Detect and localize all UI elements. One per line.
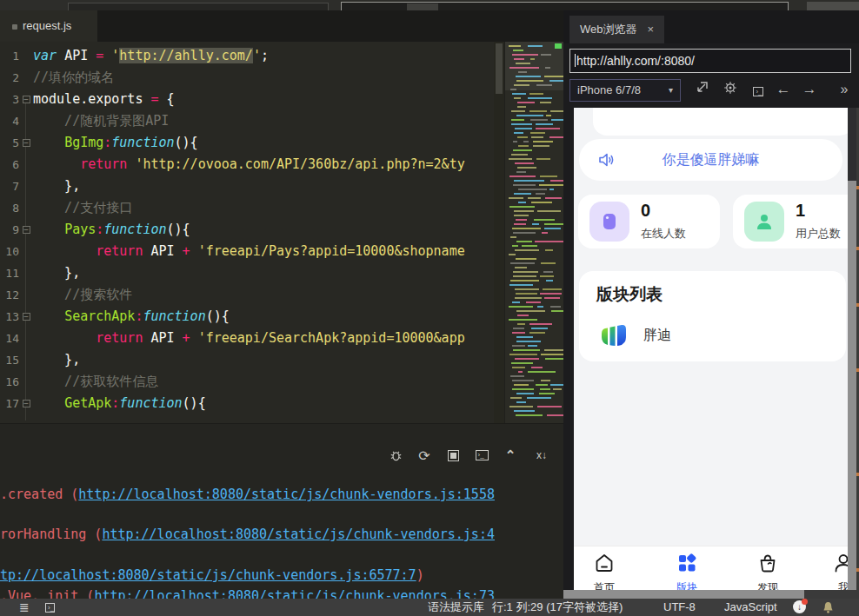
line-number: 1 bbox=[0, 45, 19, 67]
stat-label: 用户总数 bbox=[796, 226, 841, 242]
code-text: return API + 'freeapi/SearchApk?appid=10… bbox=[33, 328, 503, 349]
language-status[interactable]: JavaScript bbox=[724, 599, 777, 616]
code-text: module.exports = { bbox=[33, 89, 503, 110]
home-icon bbox=[593, 562, 616, 577]
fold-marker-icon bbox=[19, 110, 33, 132]
code-line[interactable]: 9– Pays:function(){ bbox=[0, 219, 503, 241]
terminal-icon[interactable]: ›_ bbox=[749, 81, 767, 98]
statusbar-terminal-icon[interactable]: ›_ bbox=[45, 600, 55, 613]
code-line[interactable]: 15 }, bbox=[0, 349, 503, 371]
preview-vertical-scrollbar[interactable] bbox=[848, 108, 856, 600]
device-select[interactable]: iPhone 6/7/8 ▾ bbox=[569, 79, 681, 102]
code-line[interactable]: 8 //支付接口 bbox=[0, 197, 503, 219]
more-tools-icon[interactable]: » bbox=[836, 81, 853, 98]
fold-marker-icon[interactable]: – bbox=[19, 393, 33, 414]
back-arrow-icon[interactable]: ← bbox=[775, 81, 792, 98]
editor-scrollbar[interactable] bbox=[494, 42, 504, 423]
tab-web-browser[interactable]: Web浏览器× bbox=[569, 16, 664, 43]
fold-marker-icon bbox=[19, 67, 33, 89]
line-number: 3 bbox=[0, 89, 19, 110]
code-line[interactable]: 3–module.exports = { bbox=[0, 89, 503, 110]
ide-window: request.js 1var API = 'http://ahlly.com/… bbox=[0, 0, 859, 616]
stack-trace-link[interactable]: http://localhost:8080/static/js/chunk-ve… bbox=[102, 527, 495, 542]
search-option-button[interactable] bbox=[407, 3, 438, 10]
forward-arrow-icon[interactable]: → bbox=[801, 81, 818, 98]
fold-marker-icon[interactable]: – bbox=[19, 132, 33, 154]
code-line[interactable]: 13– SearchApk:function(){ bbox=[0, 306, 503, 328]
code-line[interactable]: 7 }, bbox=[0, 176, 503, 197]
tab-版块[interactable]: 版块 bbox=[659, 552, 715, 595]
code-line[interactable]: 16 //获取软件信息 bbox=[0, 371, 503, 393]
browser-tab-title: Web浏览器 bbox=[580, 23, 637, 36]
code-editor[interactable]: 1var API = 'http://ahlly.com/';2//填你的域名3… bbox=[0, 42, 563, 423]
editor-pane: request.js 1var API = 'http://ahlly.com/… bbox=[0, 10, 563, 599]
code-text: //获取软件信息 bbox=[33, 371, 503, 393]
console-panel: ⟳ ›_ ⌃ x↓ .created (http://localhost:808… bbox=[0, 423, 563, 599]
stack-trace-link[interactable]: tp://localhost:8080/static/js/chunk-vend… bbox=[0, 567, 416, 583]
syntax-lib-status[interactable]: 语法提示库 bbox=[428, 599, 484, 616]
preview-horizontal-scrollbar[interactable] bbox=[563, 590, 859, 599]
error-text: ) bbox=[416, 567, 424, 583]
fold-marker-icon[interactable]: – bbox=[19, 89, 33, 110]
cursor-position-status[interactable]: 行:1 列:29 (17字符被选择) bbox=[492, 599, 623, 616]
code-text: SearchApk:function(){ bbox=[33, 306, 503, 328]
detach-window-icon[interactable] bbox=[693, 81, 710, 98]
code-line[interactable]: 4 //随机背景图API bbox=[0, 110, 503, 132]
outline-list-icon[interactable]: ≣ bbox=[19, 600, 30, 614]
code-text: GetApk:function(){ bbox=[33, 393, 503, 414]
list-item[interactable]: 胖迪 bbox=[596, 316, 671, 354]
notice-bar[interactable]: 你是傻逼胖娣嘛 bbox=[579, 139, 842, 181]
url-input[interactable]: http://ahlly.com/:8080/ bbox=[569, 49, 851, 73]
minimap-viewport[interactable] bbox=[505, 42, 563, 90]
fold-marker-icon[interactable]: – bbox=[19, 219, 33, 241]
stat-card[interactable]: 1用户总数 bbox=[733, 195, 848, 248]
code-line[interactable]: 11 }, bbox=[0, 262, 503, 284]
code-line[interactable]: 10 return API + 'freeapi/Pays?appid=1000… bbox=[0, 241, 503, 262]
code-line[interactable]: 12 //搜索软件 bbox=[0, 284, 503, 306]
search-bar-remnant[interactable] bbox=[593, 108, 848, 136]
error-text: rorHandling ( bbox=[0, 527, 102, 542]
run-button[interactable] bbox=[807, 2, 859, 10]
board-list-card: 版块列表 胖迪 bbox=[579, 271, 846, 361]
browser-tabbar: Web浏览器× bbox=[563, 10, 859, 43]
notice-text: 你是傻逼胖娣嘛 bbox=[579, 139, 842, 181]
code-line[interactable]: 1var API = 'http://ahlly.com/'; bbox=[0, 45, 503, 67]
board-name: 胖迪 bbox=[643, 327, 671, 345]
code-line[interactable]: 6 return 'http://ovooa.com/API/360bz/api… bbox=[0, 154, 503, 176]
code-line[interactable]: 17– GetApk:function(){ bbox=[0, 393, 503, 414]
device-label: iPhone 6/7/8 bbox=[577, 83, 641, 96]
line-number: 12 bbox=[0, 284, 19, 306]
minimap[interactable] bbox=[504, 42, 563, 423]
gear-icon[interactable] bbox=[722, 81, 739, 98]
close-icon[interactable]: × bbox=[648, 23, 655, 36]
tab-request-js[interactable]: request.js bbox=[0, 10, 97, 42]
fold-marker-icon[interactable]: – bbox=[19, 306, 33, 328]
tab-我[interactable]: 我 bbox=[816, 552, 848, 595]
tab-发现[interactable]: 发现 bbox=[740, 552, 796, 595]
statusbar: ≣ ›_ 语法提示库 行:1 列:29 (17字符被选择) UTF-8 Java… bbox=[0, 599, 859, 616]
code-text: }, bbox=[33, 176, 503, 197]
line-number: 7 bbox=[0, 176, 19, 197]
fold-marker-icon bbox=[19, 284, 33, 306]
line-number: 17 bbox=[0, 393, 19, 414]
console-line: rorHandling (http://localhost:8080/stati… bbox=[0, 527, 495, 542]
text-cursor bbox=[575, 54, 576, 67]
line-number: 11 bbox=[0, 262, 19, 284]
encoding-status[interactable]: UTF-8 bbox=[663, 599, 696, 616]
line-number: 14 bbox=[0, 328, 19, 349]
line-number: 6 bbox=[0, 154, 19, 176]
code-line[interactable]: 14 return API + 'freeapi/SearchApk?appid… bbox=[0, 328, 503, 349]
code-text: Pays:function(){ bbox=[33, 219, 503, 241]
console-line: .created (http://localhost:8080/static/j… bbox=[0, 487, 495, 502]
url-text: http://ahlly.com/:8080/ bbox=[576, 54, 695, 68]
code-line[interactable]: 5– BgImg:function(){ bbox=[0, 132, 503, 154]
fold-marker-icon bbox=[19, 241, 33, 262]
line-number: 5 bbox=[0, 132, 19, 154]
tab-首页[interactable]: 首页 bbox=[576, 552, 632, 595]
line-number: 8 bbox=[0, 197, 19, 219]
stat-card[interactable]: 0在线人数 bbox=[578, 195, 720, 248]
person-icon bbox=[832, 562, 848, 577]
stack-trace-link[interactable]: http://localhost:8080/static/js/chunk-ve… bbox=[78, 487, 495, 502]
code-line[interactable]: 2//填你的域名 bbox=[0, 67, 503, 89]
bell-icon[interactable] bbox=[822, 601, 834, 616]
